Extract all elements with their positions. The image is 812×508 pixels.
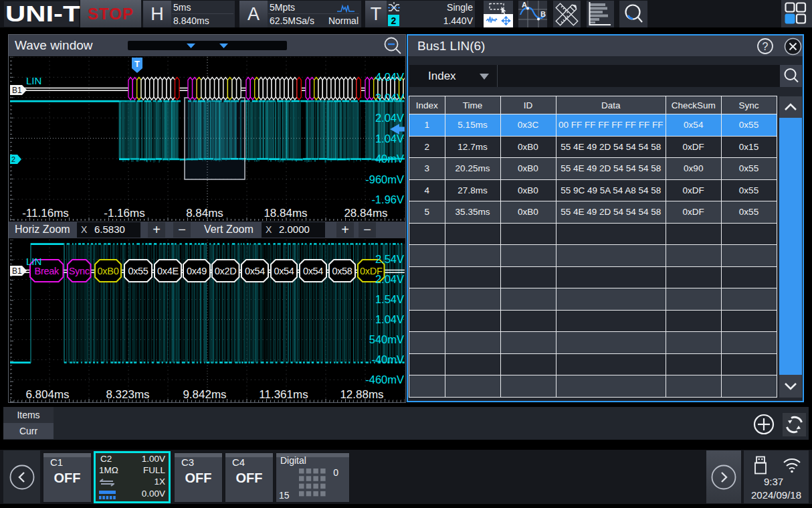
svg-text:A: A — [522, 1, 527, 9]
svg-text:8.84ms: 8.84ms — [186, 207, 223, 220]
svg-text:11.361ms: 11.361ms — [259, 388, 308, 401]
svg-text:0x58: 0x58 — [332, 266, 352, 276]
svg-text:4.04V: 4.04V — [375, 71, 404, 83]
svg-text:28.84ms: 28.84ms — [344, 207, 387, 220]
svg-text:2: 2 — [11, 155, 15, 163]
svg-text:-460mV: -460mV — [365, 373, 404, 386]
svg-text:40mV: 40mV — [375, 153, 404, 165]
svg-text:LIN: LIN — [26, 256, 41, 267]
svg-text:0x49: 0x49 — [187, 266, 207, 276]
svg-text:1.04V: 1.04V — [375, 133, 404, 145]
svg-text:?: ? — [763, 41, 769, 52]
svg-text:B: B — [540, 10, 546, 18]
svg-text:B1: B1 — [12, 86, 22, 95]
svg-text:2.04V: 2.04V — [375, 273, 404, 285]
svg-text:3.04V: 3.04V — [375, 92, 404, 104]
svg-text:0x55: 0x55 — [128, 266, 148, 276]
svg-text:1.54V: 1.54V — [375, 293, 404, 305]
svg-text:0x54: 0x54 — [274, 266, 294, 276]
svg-text:LIN: LIN — [26, 75, 41, 86]
svg-text:2.54V: 2.54V — [375, 253, 404, 265]
svg-text:T: T — [134, 59, 140, 69]
svg-text:0x54: 0x54 — [245, 266, 265, 276]
svg-text:12.88ms: 12.88ms — [340, 388, 383, 401]
svg-text:0x2D: 0x2D — [215, 266, 237, 276]
svg-text:-960mV: -960mV — [365, 173, 404, 185]
svg-text:8.323ms: 8.323ms — [106, 388, 149, 401]
svg-text:2.04V: 2.04V — [375, 112, 404, 124]
svg-text:-40mV: -40mV — [371, 353, 404, 365]
svg-text:-11.16ms: -11.16ms — [22, 207, 69, 220]
svg-text:18.84ms: 18.84ms — [264, 207, 307, 220]
svg-text:9.842ms: 9.842ms — [183, 388, 226, 401]
svg-text:Sync: Sync — [69, 266, 90, 276]
svg-text:0x54: 0x54 — [303, 266, 323, 276]
svg-text:0xB0: 0xB0 — [98, 266, 119, 276]
svg-text:0x4E: 0x4E — [157, 266, 179, 276]
svg-text:-1.96V: -1.96V — [371, 193, 404, 205]
svg-text:-1.16ms: -1.16ms — [104, 207, 144, 220]
svg-text:6.804ms: 6.804ms — [25, 388, 69, 401]
svg-text:1.04V: 1.04V — [375, 313, 404, 325]
svg-text:540mV: 540mV — [369, 333, 404, 345]
svg-text:B1: B1 — [12, 266, 22, 276]
